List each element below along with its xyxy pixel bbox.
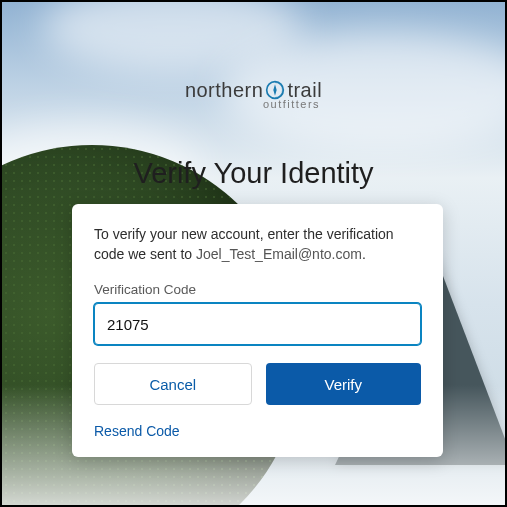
instruction-email: Joel_Test_Email@nto.com <box>196 246 362 262</box>
code-label: Verification Code <box>94 282 421 297</box>
brand-subtitle: outfitters <box>185 98 322 110</box>
verification-code-input[interactable] <box>94 303 421 345</box>
compass-icon <box>265 80 285 100</box>
svg-marker-1 <box>274 84 277 96</box>
page-title: Verify Your Identity <box>2 157 505 190</box>
instruction-text: To verify your new account, enter the ve… <box>94 224 421 264</box>
verify-card: To verify your new account, enter the ve… <box>72 204 443 457</box>
brand-word-1: northern <box>185 80 264 100</box>
brand-logo: northern trail outfitters <box>2 80 505 110</box>
app-frame: northern trail outfitters Verify Your Id… <box>0 0 507 507</box>
resend-code-link[interactable]: Resend Code <box>94 423 421 439</box>
cancel-button[interactable]: Cancel <box>94 363 252 405</box>
verify-button[interactable]: Verify <box>266 363 422 405</box>
brand-word-2: trail <box>287 80 322 100</box>
instruction-suffix: . <box>362 246 366 262</box>
